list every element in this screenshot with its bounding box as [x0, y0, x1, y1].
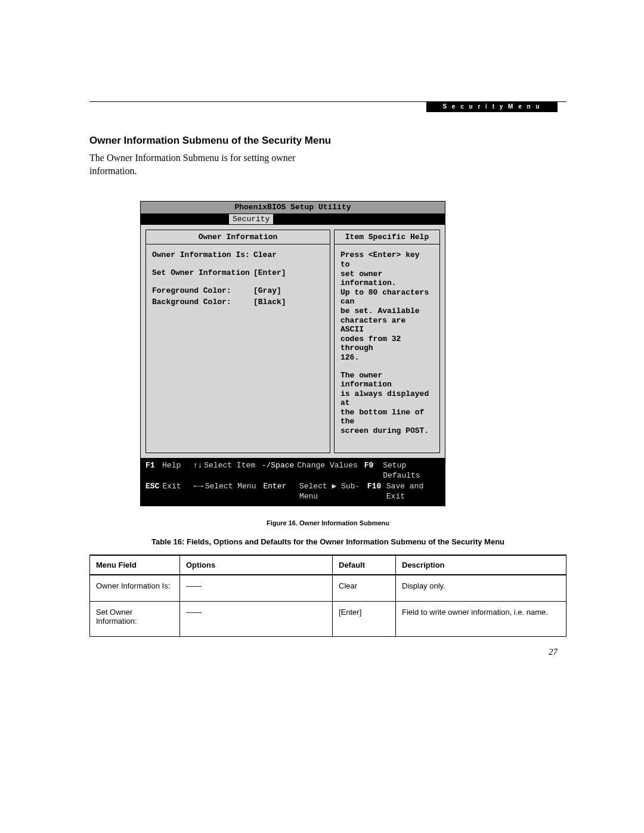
key-minus-space: -/Space [262, 460, 298, 481]
bios-help-p2: The owner information is always displaye… [340, 371, 434, 436]
bios-help-p1: Press <Enter> key to set owner informati… [340, 250, 434, 362]
page: Owner Information Submenu of the Securit… [0, 0, 644, 833]
bios-value: Clear [253, 250, 324, 260]
th-menu-field: Menu Field [90, 555, 180, 575]
action-setup-defaults: Setup Defaults [383, 460, 440, 481]
bios-screenshot: PhoenixBIOS Setup Utility Security Owner… [140, 201, 445, 506]
bios-tab-security: Security [229, 214, 273, 225]
bios-value: [Black] [253, 298, 324, 307]
table-header-row: Menu Field Options Default Description [90, 555, 566, 575]
header-tag: S e c u r i t y M e n u [426, 101, 558, 112]
bios-tab-bar: Security [141, 214, 445, 225]
bios-left-content: Owner Information Is: Clear Set Owner In… [146, 244, 330, 396]
td-default: Clear [333, 575, 396, 602]
bios-value: [Enter] [253, 268, 324, 278]
bios-right-heading: Item Specific Help [335, 230, 439, 245]
action-help: Help [162, 460, 191, 481]
table-caption: Table 16: Fields, Options and Defaults f… [89, 537, 566, 546]
action-exit: Exit [162, 481, 192, 502]
arrows-updown-icon: ↑↓ [191, 460, 204, 481]
td-menu-field: Owner Information Is: [90, 575, 180, 602]
bios-label: Foreground Color: [152, 286, 253, 296]
bios-footer-row-2: ESC Exit ←→ Select Menu Enter Select ▶ S… [145, 481, 440, 502]
td-description: Field to write owner information, i.e. n… [396, 601, 566, 636]
key-f10: F10 [367, 481, 386, 502]
th-description: Description [396, 555, 566, 575]
td-menu-field: Set Owner Information: [90, 601, 180, 636]
fields-table: Menu Field Options Default Description O… [89, 555, 566, 637]
th-default: Default [333, 555, 396, 575]
bios-label: Owner Information Is: [152, 250, 253, 260]
label-select-item: Select Item [204, 460, 261, 481]
intro-paragraph: The Owner Information Submenu is for set… [89, 151, 316, 177]
key-enter: Enter [263, 481, 299, 502]
bios-footer: F1 Help ↑↓ Select Item -/Space Change Va… [141, 458, 445, 506]
figure-caption: Figure 16. Owner Information Submenu [89, 519, 566, 527]
key-esc: ESC [145, 481, 162, 502]
bios-title: PhoenixBIOS Setup Utility [141, 202, 445, 214]
td-options: —— [180, 575, 333, 602]
bios-body: Owner Information Owner Information Is: … [141, 225, 445, 458]
bios-row-bg-color: Background Color: [Black] [152, 298, 324, 307]
bios-footer-row-1: F1 Help ↑↓ Select Item -/Space Change Va… [145, 460, 440, 481]
bios-help-content: Press <Enter> key to set owner informati… [335, 244, 439, 452]
key-f1: F1 [145, 460, 162, 481]
label-select-submenu: Select ▶ Sub-Menu [299, 481, 367, 502]
td-default: [Enter] [333, 601, 396, 636]
bios-row-fg-color: Foreground Color: [Gray] [152, 286, 324, 296]
section-title: Owner Information Submenu of the Securit… [89, 135, 566, 147]
bios-left-heading: Owner Information [146, 230, 330, 245]
label-select-menu: Select Menu [205, 481, 264, 502]
bios-right-panel: Item Specific Help Press <Enter> key to … [334, 230, 440, 453]
td-options: —— [180, 601, 333, 636]
td-description: Display only. [396, 575, 566, 602]
bios-label: Set Owner Information [152, 268, 253, 278]
table-row: Owner Information Is: —— Clear Display o… [90, 575, 566, 602]
content-column: Owner Information Submenu of the Securit… [89, 101, 566, 637]
page-number: 27 [549, 647, 558, 657]
table-row: Set Owner Information: —— [Enter] Field … [90, 601, 566, 636]
key-f9: F9 [364, 460, 383, 481]
bios-row-owner-info-is: Owner Information Is: Clear [152, 250, 324, 260]
arrows-leftright-icon: ←→ [192, 481, 205, 502]
bios-label: Background Color: [152, 298, 253, 307]
action-save-exit: Save and Exit [386, 481, 440, 502]
label-change-values: Change Values [297, 460, 364, 481]
bios-left-panel: Owner Information Owner Information Is: … [145, 230, 330, 453]
bios-row-set-owner-info: Set Owner Information [Enter] [152, 268, 324, 278]
th-options: Options [180, 555, 333, 575]
bios-value: [Gray] [253, 286, 324, 296]
